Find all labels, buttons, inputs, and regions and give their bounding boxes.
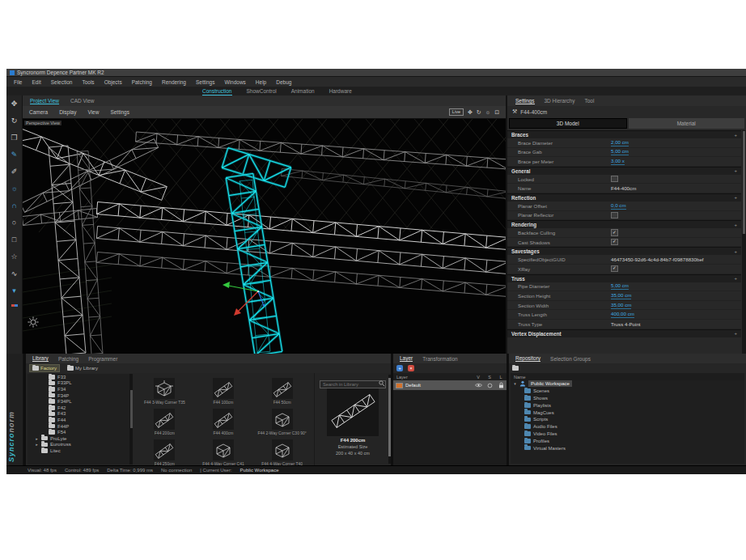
tab-3d-hierarchy[interactable]: 3D Hierarchy [545,98,575,104]
value-section-width[interactable]: 35,00 cm [611,302,631,309]
expand-icon[interactable]: + [734,331,737,336]
repo-folder-scenes[interactable]: Scenes [511,388,744,395]
repo-root-public-workspace[interactable]: ▾Public Workspace [511,380,744,388]
folder-eurotruss[interactable]: ▸Eurotruss [28,442,133,448]
tab-animation[interactable]: Animation [291,88,315,95]
curve-tool-icon[interactable]: ∿ [11,270,18,278]
folder-f34p[interactable]: F34P [28,392,133,399]
solo-icon[interactable] [484,383,495,388]
tab-layer[interactable]: Layer [400,355,413,362]
value-pipe-diameter[interactable]: 5,00 cm [611,282,629,290]
tab-cad-view[interactable]: CAD View [70,98,95,104]
live-button[interactable]: Live [449,108,464,116]
rectangle-tool-icon[interactable]: □ [12,236,16,244]
tab-hardware[interactable]: Hardware [329,88,352,95]
library-item-f44-4-way-corner-t40[interactable]: F44 4-Way Corner T40 [253,436,311,465]
visibility-eye-icon[interactable] [473,383,484,388]
section-vertex-displacement[interactable]: Vertex Displacement+ [507,329,741,337]
collapse-tool-icon[interactable]: ▾ [12,287,16,295]
menu-settings[interactable]: Settings [196,79,215,85]
folder-f33pl[interactable]: F33PL [28,380,133,387]
section-general[interactable]: General+ [507,167,741,175]
folder-f34pl[interactable]: F34PL [28,398,133,405]
section-braces[interactable]: Braces+ [507,130,741,138]
layer-color-swatch[interactable] [396,383,403,388]
viewport-menu-view[interactable]: View [87,109,99,115]
viewport-menu-display[interactable]: Display [59,109,76,115]
menu-tools[interactable]: Tools [82,79,94,85]
folder-f43[interactable]: F43 [28,411,133,418]
new-folder-icon[interactable] [512,366,519,371]
lock-icon[interactable] [495,382,507,388]
section-reflection[interactable]: Reflection+ [507,193,741,202]
orbit-tool-icon[interactable]: ↻ [11,117,18,125]
tab-selection-groups[interactable]: Selection Groups [550,356,591,362]
menu-windows[interactable]: Windows [224,79,245,85]
repo-folder-scripts[interactable]: Scripts [511,416,744,423]
folder-f44p[interactable]: F44P [28,423,133,430]
repo-folder-virtual-masters[interactable]: Virtual Masters [511,444,744,452]
tab-patching[interactable]: Patching [58,356,78,362]
pan-icon[interactable]: ✥ [468,109,473,115]
expand-icon[interactable]: + [734,223,737,227]
library-item-f44-50cm[interactable]: F44 50cm [253,375,311,405]
value-truss-length[interactable]: 400,00 cm [611,311,634,318]
viewport-menu-settings[interactable]: Settings [110,109,129,115]
checkbox-cast-shadows[interactable]: ✓ [611,239,618,246]
pen-tool-icon[interactable]: ✐ [11,168,18,176]
selected-object-row[interactable]: ⚒ F44-400cm [507,106,746,117]
source-my-library[interactable]: My Library [65,365,100,371]
tab-showcontrol[interactable]: ShowControl [247,88,277,95]
move-tool-icon[interactable]: ✥ [11,100,18,108]
export-tool-icon[interactable]: ❐ [11,134,17,142]
section-truss[interactable]: Truss+ [507,274,741,282]
search-input[interactable] [320,380,386,388]
menu-selection[interactable]: Selection [51,79,73,85]
value-brace-gab[interactable]: 5,00 cm [611,148,629,155]
repo-folder-magcues[interactable]: MagCues [511,409,744,416]
star-tool-icon[interactable]: ☆ [11,253,17,261]
checkbox-planar-reflector[interactable] [611,212,618,219]
source-factory[interactable]: Factory [29,364,60,372]
library-item-f44-100cm[interactable]: F44 100cm [195,375,252,405]
repo-folder-playlists[interactable]: Playlists [511,401,744,409]
value-specifiedobjectguid[interactable]: 46473450-92d6-4c4d-84b7-f09878830bef [611,257,704,262]
expand-icon[interactable]: + [734,276,737,281]
display-icon[interactable]: ⊡ [494,109,499,115]
add-layer-button[interactable]: + [396,365,403,371]
menu-file[interactable]: File [14,79,22,85]
menu-rendering[interactable]: Rendering [162,79,186,85]
folder-f42[interactable]: F42 [28,405,133,411]
library-item-f44-250cm[interactable]: F44 250cm [136,436,193,465]
value-planar-offset[interactable]: 0,0 cm [611,202,626,210]
tab-settings[interactable]: Settings [515,98,535,104]
expand-icon[interactable]: + [734,195,737,200]
folder-litec[interactable]: Litec [28,448,133,454]
menu-patching[interactable]: Patching [132,79,152,85]
menu-help[interactable]: Help [256,79,266,85]
tab-library[interactable]: Library [32,355,49,362]
viewport-canvas[interactable]: Perspective View [23,119,506,354]
viewport-menu-camera[interactable]: Camera [29,109,48,115]
properties-scrollbar[interactable] [742,130,746,354]
tab-tool[interactable]: Tool [584,98,594,104]
button-3d-model[interactable]: 3D Model [509,118,627,129]
library-item-f44-4-way-corner-c41[interactable]: F44 4-Way Corner C41 [195,436,252,465]
repo-folder-audio-files[interactable]: Audio Files [511,423,744,431]
value-name[interactable]: F44-400cm [611,185,636,191]
repo-folder-profiles[interactable]: Profiles [511,437,744,444]
brush-tool-icon[interactable]: ✎ [11,151,18,159]
library-preview-scrollbar[interactable] [388,375,391,464]
tab-programmer[interactable]: Programmer [88,356,117,362]
value-section-height[interactable]: 35,00 cm [611,292,631,299]
tab-project-view[interactable]: Project View [30,98,59,104]
library-item-f44-2-way-corner-c30-90[interactable]: F44 2-Way Corner C30 90° [253,405,311,435]
expand-arrow-icon[interactable]: ▸ [35,436,39,441]
button-material[interactable]: Material [629,118,745,129]
remove-layer-button[interactable]: × [408,365,414,371]
menu-debug[interactable]: Debug [276,79,291,85]
folder-f44[interactable]: F44 [28,417,133,423]
layer-row-default[interactable]: Default [393,380,507,390]
magnet-tool-icon[interactable]: ∩ [11,202,16,210]
tab-repository[interactable]: Repository [515,355,540,362]
